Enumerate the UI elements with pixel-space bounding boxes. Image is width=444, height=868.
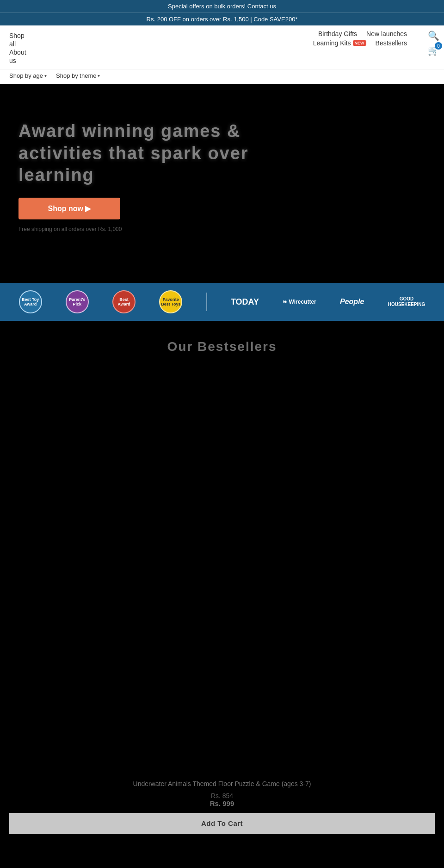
nav-row-1: Birthday Gifts New launches — [318, 30, 407, 37]
award-badge-4: Favorite Best Toys — [159, 290, 182, 313]
nav-shop[interactable]: Shop — [9, 32, 26, 39]
cart-wrapper[interactable]: 🛒 0 — [428, 45, 439, 56]
nav-row-2: Learning Kits NEW Bestsellers — [313, 39, 407, 47]
announcement-text-1: Special offers on bulk orders! — [168, 3, 246, 10]
press-bar: Best Toy Award Parent's Pick Best Award … — [0, 283, 444, 321]
product-price-old: Rs. 854 — [9, 792, 435, 799]
left-nav: Shop all About us — [9, 30, 26, 64]
search-icon[interactable]: 🔍 — [428, 30, 439, 41]
hero-title: Award winning games & activities that sp… — [18, 120, 250, 187]
bestsellers-title: Our Bestsellers — [9, 339, 435, 354]
shop-by-theme-nav[interactable]: Shop by theme ▾ — [56, 72, 100, 79]
new-badge: NEW — [353, 40, 366, 46]
new-launches-link[interactable]: New launches — [366, 30, 407, 37]
header: Shop all About us Birthday Gifts New lau… — [0, 25, 444, 69]
center-nav: Birthday Gifts New launches Learning Kit… — [313, 30, 407, 47]
discount-text: Rs. 200 OFF on orders over Rs. 1,500 | C… — [147, 16, 298, 23]
age-dropdown-arrow: ▾ — [44, 73, 47, 78]
products-area — [0, 377, 444, 771]
product-title: Underwater Animals Themed Floor Puzzle &… — [9, 780, 435, 787]
announcement-bar-1: Special offers on bulk orders! Contact u… — [0, 0, 444, 12]
sub-nav: Shop by age ▾ Shop by theme ▾ — [0, 69, 444, 84]
contact-us-link[interactable]: Contact us — [247, 3, 276, 10]
people-logo: People — [340, 298, 364, 306]
nav-us[interactable]: us — [9, 57, 26, 64]
today-logo: TODAY — [231, 297, 259, 307]
award-badge-3: Best Award — [112, 290, 136, 313]
shop-now-button[interactable]: Shop now ▶ — [18, 198, 120, 219]
good-housekeeping-logo: GOOD HOUSEKEEPING — [388, 296, 426, 307]
nav-all[interactable]: all — [9, 40, 26, 48]
nav-about[interactable]: About — [9, 49, 26, 56]
add-to-cart-button[interactable]: Add To Cart — [9, 813, 435, 834]
wirecutter-logo: ❧ Wirecutter — [283, 299, 316, 305]
cart-count-badge: 0 — [435, 42, 442, 50]
shop-by-age-nav[interactable]: Shop by age ▾ — [9, 72, 47, 79]
birthday-gifts-link[interactable]: Birthday Gifts — [318, 30, 357, 37]
bestsellers-link[interactable]: Bestsellers — [376, 39, 407, 47]
theme-dropdown-arrow: ▾ — [98, 73, 100, 78]
press-divider — [206, 293, 207, 311]
award-badge-2: Parent's Pick — [66, 290, 89, 313]
bestsellers-section: Our Bestsellers — [0, 321, 444, 377]
product-info-bottom: Underwater Animals Themed Floor Puzzle &… — [0, 771, 444, 834]
announcement-bar-2: Rs. 200 OFF on orders over Rs. 1,500 | C… — [0, 12, 444, 25]
award-badge-1: Best Toy Award — [19, 290, 42, 313]
header-icons: 🔍 🛒 0 — [428, 30, 439, 56]
product-prices: Rs. 854 Rs. 999 — [9, 792, 435, 807]
hero-subtitle: Free shipping on all orders over Rs. 1,0… — [18, 226, 426, 232]
product-price-new: Rs. 999 — [9, 799, 435, 807]
hero-section: Award winning games & activities that sp… — [0, 84, 444, 283]
learning-kits-link[interactable]: Learning Kits NEW — [313, 39, 366, 47]
